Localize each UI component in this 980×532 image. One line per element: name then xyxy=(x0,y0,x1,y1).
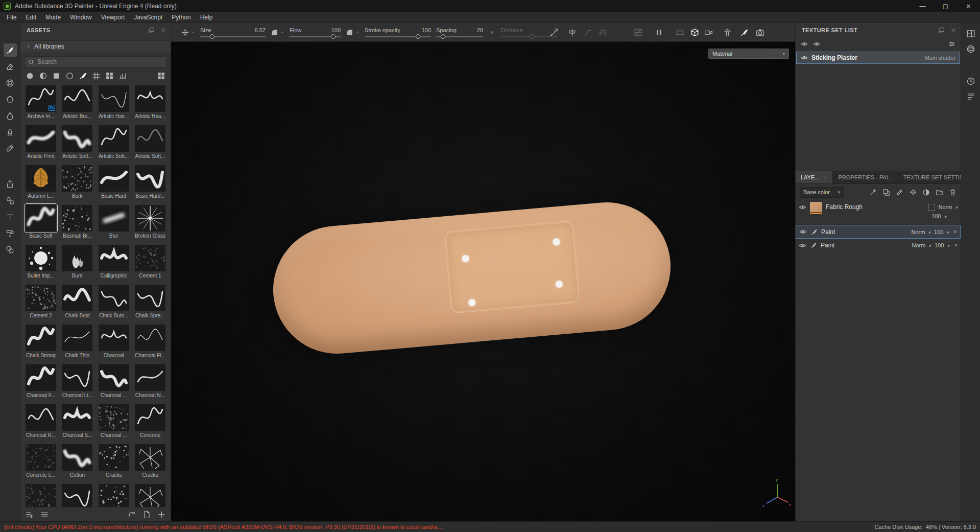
pause-icon[interactable] xyxy=(655,28,663,37)
stencil-tool-button[interactable] xyxy=(4,194,17,207)
blend-mode-dropdown[interactable]: Norm ▾ xyxy=(912,229,930,235)
brush-item[interactable]: Charcoal F... xyxy=(26,364,56,398)
stampsq-icon[interactable] xyxy=(882,189,890,196)
grid-view-toggle-icon[interactable] xyxy=(157,72,165,80)
mask-slot-icon[interactable] xyxy=(928,204,935,211)
brush-item[interactable]: Cracks xyxy=(135,444,165,478)
brush-item[interactable]: Artistic Soft... xyxy=(99,125,129,159)
slider-handle[interactable] xyxy=(331,34,336,39)
projection-tool-button[interactable] xyxy=(4,76,17,89)
material-selector[interactable]: Material ▾ xyxy=(708,49,789,59)
menu-python[interactable]: Python xyxy=(167,12,195,23)
brush-item[interactable]: Chalk Strong xyxy=(26,325,56,358)
menu-window[interactable]: Window xyxy=(65,12,97,23)
curve-icon[interactable] xyxy=(550,28,559,37)
slider-track[interactable] xyxy=(290,36,341,37)
brush-item[interactable] xyxy=(135,484,165,507)
brush-item[interactable]: Autumn L... xyxy=(26,165,56,199)
polyfill-tool-button[interactable] xyxy=(4,92,17,106)
brush-item[interactable]: PsArchive In... xyxy=(26,85,56,119)
slider-handle[interactable] xyxy=(441,34,445,39)
minimize-button[interactable]: — xyxy=(911,0,934,12)
brush-item[interactable]: Charcoal S... xyxy=(62,404,92,438)
brush-thumbnail[interactable] xyxy=(99,364,129,391)
close-button[interactable]: × xyxy=(957,0,980,12)
search-input[interactable] xyxy=(37,58,163,65)
opacity-dropdown[interactable]: 100 ▾ xyxy=(931,213,946,219)
brush-item[interactable]: Cement 2 xyxy=(26,285,56,318)
halfsphere-icon[interactable] xyxy=(922,189,930,196)
brush-thumbnail[interactable] xyxy=(26,404,56,431)
brush-thumbnail[interactable] xyxy=(62,85,92,112)
slider-handle[interactable] xyxy=(530,34,535,39)
slider-handle[interactable] xyxy=(210,34,214,39)
brush-item[interactable]: Artistic Hair... xyxy=(99,85,129,119)
filter-circleoutline-icon[interactable] xyxy=(65,72,74,80)
menu-file[interactable]: File xyxy=(2,12,21,23)
brush-item[interactable] xyxy=(62,484,92,507)
library-selector[interactable]: All libraries xyxy=(20,40,171,52)
chevron-down-icon[interactable] xyxy=(191,30,195,34)
brush-item[interactable]: Chalk Thin xyxy=(62,325,92,358)
brush-thumbnail[interactable] xyxy=(62,205,92,232)
brush-thumbnail[interactable] xyxy=(99,285,129,311)
close-panel-icon[interactable] xyxy=(950,27,957,34)
brush-thumbnail[interactable] xyxy=(99,325,129,351)
brush-thumbnail[interactable] xyxy=(62,484,92,507)
brush-thumbnail[interactable] xyxy=(26,364,56,391)
slider-track[interactable] xyxy=(436,36,483,37)
brush-item[interactable]: Basic Hard xyxy=(99,165,129,199)
layer-row[interactable]: PaintNorm ▾100 ▾× xyxy=(796,225,961,239)
wand-icon[interactable] xyxy=(869,189,877,196)
transform-tool-icon[interactable] xyxy=(181,29,189,36)
brush-thumbnail[interactable] xyxy=(135,325,165,351)
filter-weave-icon[interactable] xyxy=(92,72,101,80)
brush-thumbnail[interactable] xyxy=(99,444,129,471)
listadd-icon[interactable] xyxy=(26,511,34,519)
undock-panel-icon[interactable] xyxy=(938,27,945,34)
filter-gridview-icon[interactable] xyxy=(105,72,114,80)
cube-icon[interactable] xyxy=(690,28,699,37)
layer-visibility-icon[interactable] xyxy=(799,242,806,249)
refresh-icon[interactable] xyxy=(128,511,136,519)
brush-thumbnail[interactable] xyxy=(99,484,129,507)
menu-viewport[interactable]: Viewport xyxy=(97,12,129,23)
brush-item[interactable]: Artistic Soft... xyxy=(135,125,165,159)
viewport-3d[interactable]: Material ▾ Y z x xyxy=(171,42,795,521)
brush-item[interactable]: Artistic Soft... xyxy=(62,125,92,159)
filter-sliders-icon[interactable] xyxy=(948,40,955,48)
brush-item[interactable]: Calligraphic xyxy=(99,245,129,279)
filter-chart-icon[interactable] xyxy=(118,72,127,80)
eraser-tool-button[interactable] xyxy=(4,60,17,73)
brush-item[interactable]: Chalk Bum... xyxy=(99,285,129,318)
plus-icon[interactable] xyxy=(157,511,165,519)
brush-item[interactable]: Burn xyxy=(62,245,92,279)
brush-item[interactable]: Basic Hard... xyxy=(135,165,165,199)
brush-thumbnail[interactable] xyxy=(99,404,129,431)
share-tool-button[interactable] xyxy=(4,177,17,191)
slider-track[interactable] xyxy=(200,36,266,37)
brush-thumbnail[interactable] xyxy=(26,205,56,232)
undock-panel-icon[interactable] xyxy=(148,27,155,34)
brush-item[interactable]: Basic Soft xyxy=(26,205,56,239)
brush-item[interactable] xyxy=(99,484,129,507)
brush-item[interactable]: Bark xyxy=(62,165,92,199)
loglines-rail-icon[interactable] xyxy=(966,92,975,101)
filepage-icon[interactable] xyxy=(142,511,151,519)
brush-item[interactable]: Chalk Bold xyxy=(62,285,92,318)
texture-set-row[interactable]: Sticking Plaster Main shader xyxy=(796,52,960,64)
camera-icon[interactable] xyxy=(756,28,764,37)
brush-thumbnail[interactable]: Ps xyxy=(26,85,56,112)
brush-thumbnail[interactable] xyxy=(135,165,165,192)
clone-tool-button[interactable] xyxy=(4,125,17,138)
brush-thumbnail[interactable] xyxy=(135,404,165,431)
brush-item[interactable]: Blur xyxy=(99,205,129,239)
brush-thumbnail[interactable] xyxy=(62,245,92,271)
slider-handle[interactable] xyxy=(416,34,420,39)
brush-thumbnail[interactable] xyxy=(62,404,92,431)
brush-item[interactable]: Broken Glass xyxy=(135,205,165,239)
brush-item[interactable]: Concrete xyxy=(135,404,165,438)
videocam-icon[interactable] xyxy=(704,28,713,37)
spacing-slider[interactable]: Spacing20 xyxy=(436,27,483,37)
brush-item[interactable]: Basmati Br... xyxy=(62,205,92,239)
